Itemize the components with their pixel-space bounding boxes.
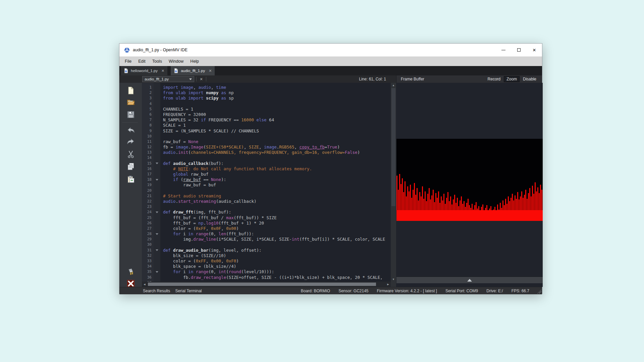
- fold-column: [154, 182, 160, 188]
- scroll-down-arrow[interactable]: ▼: [391, 277, 396, 282]
- line-number: 14: [142, 155, 154, 161]
- code-text: color = (0xFF, 0x0F, 0x00): [160, 226, 391, 231]
- menu-help[interactable]: Help: [187, 57, 202, 66]
- fold-marker[interactable]: [154, 209, 160, 215]
- openmv-logo-icon: [124, 47, 130, 53]
- scroll-up-arrow[interactable]: ▲: [391, 83, 396, 87]
- fold-marker[interactable]: [154, 177, 160, 182]
- code-line: 35 for i in range(0, int(round(level/10)…: [142, 269, 391, 275]
- status-bar-right: Board: BORMIOSensor: GC2145Firmware Vers…: [301, 289, 529, 293]
- line-number: 2: [142, 90, 154, 96]
- horizontal-scrollbar-thumb[interactable]: [148, 283, 376, 286]
- code-text: def draw_audio_bar(img, level, offset):: [160, 248, 391, 253]
- save-file-icon[interactable]: [126, 110, 136, 119]
- menu-window[interactable]: Window: [165, 57, 187, 66]
- code-line: 24def draw_fft(img, fft_buf):: [142, 209, 391, 215]
- code-text: blk_space = (blk_size//4): [160, 264, 391, 269]
- maximize-button[interactable]: [511, 44, 527, 56]
- document-toolbar: audio_fft_1.py ✕ Line: 61, Col: 1 Frame …: [119, 75, 542, 83]
- code-text: raw_buf = buf: [160, 182, 391, 188]
- code-text: [160, 134, 391, 139]
- frame-buffer-title: Frame Buffer: [401, 77, 424, 81]
- code-text: audio.start_streaming(audio_callback): [160, 199, 391, 204]
- redo-icon[interactable]: [126, 137, 136, 146]
- code-view[interactable]: 1import image, audio, time2from ulab imp…: [142, 83, 391, 282]
- code-text: blk_size = (SIZE//10): [160, 253, 391, 258]
- disable-button[interactable]: Disable: [521, 76, 539, 82]
- document-toolbar-left: audio_fft_1.py ✕ Line: 61, Col: 1: [119, 75, 396, 83]
- fold-marker[interactable]: [154, 161, 160, 166]
- open-file-icon[interactable]: [126, 97, 136, 107]
- scroll-left-arrow[interactable]: ◀: [142, 282, 147, 287]
- zoom-button[interactable]: Zoom: [504, 76, 519, 82]
- tab-helloworld_1.py[interactable]: helloworld_1.py✕: [121, 66, 167, 75]
- close-button[interactable]: ✕: [527, 44, 542, 56]
- fold-marker[interactable]: [154, 231, 160, 237]
- chevron-down-icon: [156, 233, 158, 235]
- minimize-button[interactable]: [496, 44, 511, 56]
- toolbar-separator: [122, 122, 138, 123]
- vertical-scrollbar[interactable]: ▲ ▼: [391, 83, 396, 282]
- menu-tools[interactable]: Tools: [149, 57, 165, 66]
- record-button[interactable]: Record: [485, 76, 503, 82]
- line-number: 21: [142, 193, 154, 199]
- code-line: 31def draw_audio_bar(img, level, offset)…: [142, 248, 391, 253]
- copy-icon[interactable]: [126, 162, 136, 171]
- undo-icon[interactable]: [126, 126, 136, 135]
- resize-grip[interactable]: [537, 290, 541, 294]
- line-number: 23: [142, 204, 154, 209]
- tab-close-icon[interactable]: ✕: [209, 69, 212, 73]
- code-text: from ulab import scipy as sp: [160, 96, 391, 101]
- paste-icon[interactable]: [126, 175, 136, 184]
- fold-marker[interactable]: [154, 248, 160, 253]
- fold-column: [154, 101, 160, 107]
- status-tab-search-results[interactable]: Search Results: [143, 289, 170, 293]
- code-line: 27 color = (0xFF, 0x0F, 0x00): [142, 226, 391, 231]
- status-tab-serial-terminal[interactable]: Serial Terminal: [175, 289, 202, 293]
- fold-column: [154, 117, 160, 123]
- close-file-button[interactable]: ✕: [199, 75, 204, 83]
- cut-icon[interactable]: [126, 149, 136, 159]
- code-text: # NOTE: do Not call any function that al…: [160, 166, 391, 172]
- code-editor[interactable]: 1import image, audio, time2from ulab imp…: [142, 83, 391, 287]
- code-line: 14: [142, 155, 391, 161]
- fold-column: [154, 264, 160, 269]
- code-line: 23: [142, 204, 391, 209]
- chevron-down-icon: [156, 179, 158, 181]
- status-firmware-version: Firmware Version: 4.2.2 - [ latest ]: [377, 289, 437, 293]
- tab-audio_fft_1.py[interactable]: audio_fft_1.py✕: [171, 66, 215, 75]
- fold-column: [154, 85, 160, 90]
- code-line: 30: [142, 242, 391, 247]
- new-file-icon[interactable]: [126, 86, 136, 95]
- fold-column: [154, 237, 160, 242]
- fold-marker[interactable]: [154, 269, 160, 275]
- line-number: 22: [142, 199, 154, 204]
- menu-file[interactable]: File: [121, 57, 135, 66]
- tab-close-icon[interactable]: ✕: [161, 69, 164, 73]
- code-line: 28 for i in range(0, len(fft_buf)):: [142, 231, 391, 237]
- scroll-right-arrow[interactable]: ▶: [385, 282, 391, 287]
- line-number: 35: [142, 269, 154, 275]
- line-number: 12: [142, 144, 154, 150]
- vertical-scrollbar-thumb[interactable]: [391, 88, 395, 206]
- fold-column: [154, 188, 160, 193]
- line-number: 5: [142, 107, 154, 112]
- code-text: import image, audio, time: [160, 85, 391, 90]
- connect-icon[interactable]: [126, 267, 136, 277]
- histogram-expander[interactable]: [396, 277, 543, 283]
- fold-column: [154, 215, 160, 221]
- code-text: [160, 188, 391, 193]
- code-text: color = (0xFF, 0x00, 0xF0): [160, 258, 391, 264]
- menu-edit[interactable]: Edit: [135, 57, 149, 66]
- horizontal-scrollbar[interactable]: ◀ ▶: [142, 282, 391, 287]
- cursor-position: Line: 61, Col: 1: [359, 75, 386, 83]
- open-file-selector-label: audio_fft_1.py: [145, 77, 189, 81]
- code-text: audio.init(channels=CHANNELS, frequency=…: [160, 150, 391, 155]
- fold-column: [154, 134, 160, 139]
- tab-label: helloworld_1.py: [131, 69, 158, 73]
- fold-column: [154, 172, 160, 177]
- status-serial-port: Serial Port: COM9: [445, 289, 478, 293]
- line-number: 30: [142, 242, 154, 247]
- open-file-selector[interactable]: audio_fft_1.py: [142, 76, 194, 82]
- separator: [196, 77, 197, 81]
